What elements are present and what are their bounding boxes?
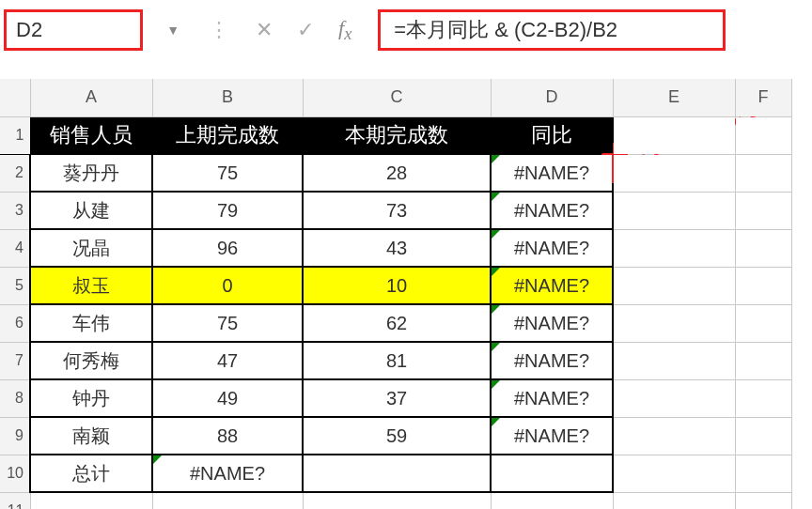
cell[interactable] [735, 492, 791, 509]
cell[interactable]: 葵丹丹 [30, 154, 152, 192]
formula-bar-buttons: ⋮ ✕ ✓ fx [209, 16, 351, 44]
row-header[interactable]: 2 [0, 154, 30, 192]
cell[interactable]: 59 [303, 417, 491, 455]
row-header[interactable]: 6 [0, 304, 30, 342]
spreadsheet-grid[interactable]: A B C D E F 1 销售人员 上期完成数 本期完成数 同比 2葵丹丹75… [0, 79, 792, 509]
row-header[interactable]: 3 [0, 192, 30, 229]
cell[interactable] [735, 417, 791, 455]
formula-input[interactable]: =本月同比 & (C2-B2)/B2 [378, 9, 726, 51]
col-header[interactable]: B [152, 79, 303, 116]
cell[interactable]: 28 [303, 154, 491, 192]
cell[interactable]: 0 [152, 267, 303, 304]
cell[interactable]: 88 [152, 417, 303, 455]
cell[interactable]: 96 [152, 229, 303, 267]
cell[interactable] [735, 154, 791, 192]
cell[interactable]: #NAME? [491, 342, 613, 379]
formula-bar: D2 ▼ ⋮ ✕ ✓ fx =本月同比 & (C2-B2)/B2 [0, 0, 812, 60]
cell[interactable] [152, 492, 303, 509]
table-header-cell[interactable]: 同比 [491, 116, 613, 154]
name-box-value: D2 [16, 18, 42, 42]
cell[interactable]: #NAME? [491, 417, 613, 455]
select-all-corner[interactable] [0, 79, 30, 116]
formula-text: =本月同比 & (C2-B2)/B2 [394, 16, 617, 44]
col-header[interactable]: A [30, 79, 152, 116]
fx-icon[interactable]: fx [338, 16, 351, 44]
cell[interactable]: 何秀梅 [30, 342, 152, 379]
cell[interactable]: 47 [152, 342, 303, 379]
cell[interactable] [735, 342, 791, 379]
cell[interactable] [735, 304, 791, 342]
row-header[interactable]: 9 [0, 417, 30, 455]
cell[interactable] [735, 229, 791, 267]
cell[interactable]: 钟丹 [30, 379, 152, 417]
cell[interactable] [735, 192, 791, 229]
cancel-icon[interactable]: ✕ [256, 18, 273, 42]
cell[interactable] [613, 417, 735, 455]
row-header[interactable]: 5 [0, 267, 30, 304]
cell[interactable]: 况晶 [30, 229, 152, 267]
cell[interactable]: 75 [152, 154, 303, 192]
cell[interactable]: #NAME? [491, 229, 613, 267]
table-header-cell[interactable]: 上期完成数 [152, 116, 303, 154]
cell[interactable] [303, 492, 491, 509]
cell[interactable] [613, 192, 735, 229]
cell[interactable] [613, 492, 735, 509]
table-header-cell[interactable]: 本期完成数 [303, 116, 491, 154]
row-header[interactable]: 8 [0, 379, 30, 417]
cell[interactable]: 总计 [30, 455, 152, 492]
cell[interactable]: 81 [303, 342, 491, 379]
cell[interactable] [735, 267, 791, 304]
cell[interactable] [491, 455, 613, 492]
cell[interactable] [613, 455, 735, 492]
cell[interactable] [491, 492, 613, 509]
cell[interactable]: 10 [303, 267, 491, 304]
cell[interactable] [613, 304, 735, 342]
col-header[interactable]: C [303, 79, 491, 116]
table-header-cell[interactable]: 销售人员 [30, 116, 152, 154]
row-header[interactable]: 1 [0, 116, 30, 154]
cell[interactable] [613, 267, 735, 304]
cell[interactable] [613, 342, 735, 379]
cell[interactable] [735, 379, 791, 417]
row-header[interactable]: 4 [0, 229, 30, 267]
cell[interactable]: #NAME? [491, 267, 613, 304]
cell[interactable]: 49 [152, 379, 303, 417]
cell[interactable]: 73 [303, 192, 491, 229]
cell[interactable]: 南颖 [30, 417, 152, 455]
divider-icon: ⋮ [209, 18, 231, 42]
col-header[interactable]: E [613, 79, 735, 116]
cell[interactable] [613, 154, 735, 192]
cell[interactable] [735, 455, 791, 492]
row-header[interactable]: 11 [0, 492, 30, 509]
cell[interactable]: #NAME? [152, 455, 303, 492]
cell[interactable] [613, 116, 735, 154]
col-header[interactable]: F [735, 79, 791, 116]
cell[interactable]: #NAME? [491, 154, 613, 192]
cell[interactable] [613, 229, 735, 267]
row-header[interactable]: 7 [0, 342, 30, 379]
cell[interactable]: #NAME? [491, 192, 613, 229]
col-header[interactable]: D [491, 79, 613, 116]
cell[interactable]: 37 [303, 379, 491, 417]
cell[interactable] [30, 492, 152, 509]
cell[interactable] [735, 116, 791, 154]
cell[interactable]: #NAME? [491, 379, 613, 417]
cell[interactable]: 车伟 [30, 304, 152, 342]
cell[interactable]: 43 [303, 229, 491, 267]
cell[interactable]: 79 [152, 192, 303, 229]
row-header[interactable]: 10 [0, 455, 30, 492]
name-box[interactable]: D2 ▼ [4, 9, 143, 51]
accept-icon[interactable]: ✓ [297, 18, 314, 42]
cell[interactable] [613, 379, 735, 417]
cell[interactable] [303, 455, 491, 492]
cell[interactable]: 62 [303, 304, 491, 342]
cell[interactable]: #NAME? [491, 304, 613, 342]
cell[interactable]: 叔玉 [30, 267, 152, 304]
cell[interactable]: 75 [152, 304, 303, 342]
cell[interactable]: 从建 [30, 192, 152, 229]
name-box-dropdown-icon[interactable]: ▼ [166, 23, 180, 38]
